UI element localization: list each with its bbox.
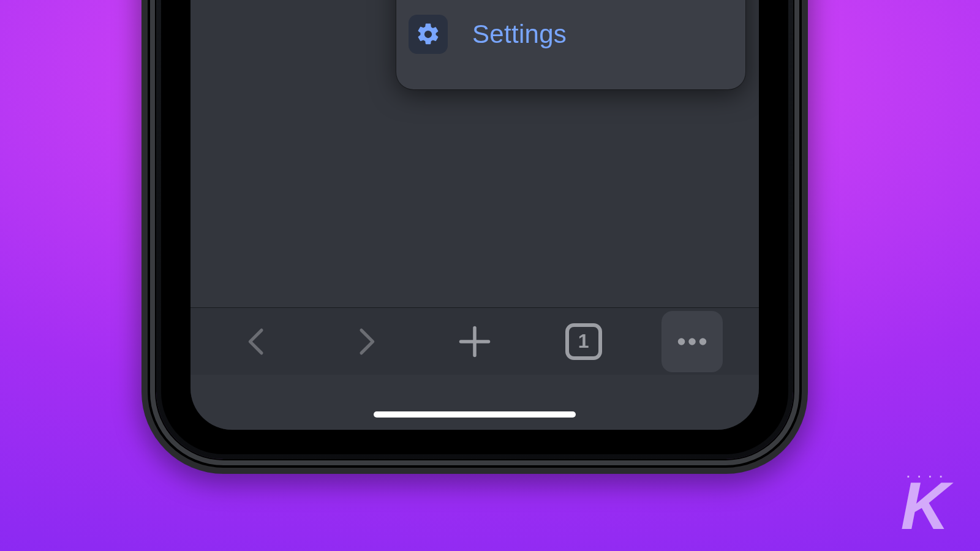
svg-point-13: [678, 338, 685, 345]
phone-frame: Bookmarks Rea: [156, 0, 793, 459]
forward-button[interactable]: [335, 311, 396, 372]
bottom-toolbar: 1: [190, 307, 759, 375]
watermark-letter: K: [900, 479, 949, 533]
svg-point-15: [699, 338, 707, 345]
settings-icon: [409, 15, 448, 54]
phone-bezel: Bookmarks Rea: [161, 0, 788, 454]
tabs-button[interactable]: 1: [553, 311, 614, 372]
overflow-menu: Reading List Recent Tabs: [396, 0, 745, 89]
new-tab-button[interactable]: [444, 311, 505, 372]
home-indicator[interactable]: [374, 411, 576, 418]
back-button[interactable]: [227, 311, 288, 372]
menu-item-label: Settings: [472, 20, 567, 49]
menu-item-settings[interactable]: Settings: [396, 4, 745, 65]
svg-point-14: [688, 338, 696, 345]
browser-content-area: Bookmarks Rea: [190, 0, 759, 430]
app-stage: { "colors":{ "accent":"#79a6ff", "menu_b…: [0, 0, 980, 551]
watermark-logo: ∙∙∙∙ K: [900, 469, 949, 533]
tab-count-badge: 1: [565, 323, 602, 360]
phone-screen: Bookmarks Rea: [190, 0, 759, 430]
more-menu-button[interactable]: [662, 311, 723, 372]
tab-count-value: 1: [578, 330, 589, 353]
